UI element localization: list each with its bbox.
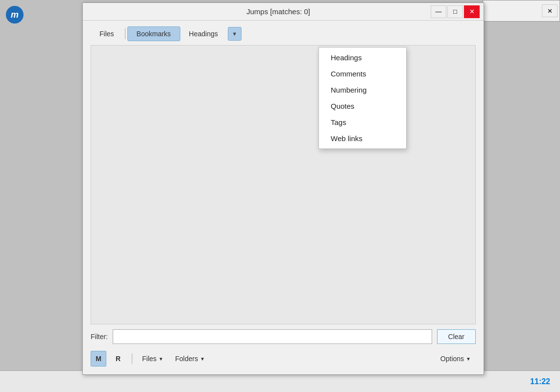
- dropdown-item-tags[interactable]: Tags: [319, 114, 406, 130]
- close-button[interactable]: ✕: [464, 5, 480, 18]
- options-button[interactable]: Options: [436, 353, 476, 365]
- second-window: ✕: [483, 0, 560, 22]
- clear-button[interactable]: Clear: [437, 329, 476, 344]
- m-button[interactable]: M: [91, 351, 106, 367]
- filter-row: Filter: Clear: [91, 329, 476, 344]
- app-icon[interactable]: m: [6, 6, 24, 24]
- tab-bookmarks[interactable]: Bookmarks: [127, 26, 180, 41]
- folders-dropdown-button[interactable]: Folders: [171, 353, 209, 365]
- jumps-dialog: Jumps [matches: 0] — □ ✕ Files Bookmarks: [82, 2, 484, 375]
- minimize-button[interactable]: —: [431, 5, 446, 18]
- title-controls: — □ ✕: [431, 5, 480, 18]
- tab-separator: [125, 28, 125, 39]
- dropdown-item-comments[interactable]: Comments: [319, 66, 406, 82]
- dropdown-item-headings[interactable]: Headings: [319, 49, 406, 66]
- dialog-title: Jumps [matches: 0]: [126, 7, 431, 16]
- bottom-bar: M R Files Folders Options: [91, 349, 476, 368]
- headings-dropdown-menu: Headings Comments Numbering Quotes Tags …: [318, 47, 407, 149]
- filter-input[interactable]: [113, 329, 432, 344]
- maximize-button[interactable]: □: [447, 5, 463, 18]
- title-bar: Jumps [matches: 0] — □ ✕: [83, 3, 484, 21]
- dropdown-item-quotes[interactable]: Quotes: [319, 98, 406, 114]
- r-button[interactable]: R: [110, 351, 126, 367]
- options-area: Options: [436, 353, 476, 365]
- tab-bar: Files Bookmarks Headings Headings Commen…: [91, 26, 476, 41]
- content-area: [91, 45, 476, 324]
- taskbar-time: 11:22: [530, 377, 550, 386]
- dropdown-item-numbering[interactable]: Numbering: [319, 82, 406, 98]
- headings-dropdown-button[interactable]: [228, 27, 242, 41]
- files-dropdown-button[interactable]: Files: [138, 353, 167, 365]
- dropdown-item-weblinks[interactable]: Web links: [319, 130, 406, 147]
- second-window-close-button[interactable]: ✕: [542, 4, 558, 17]
- tab-files[interactable]: Files: [91, 27, 123, 41]
- filter-label: Filter:: [91, 333, 108, 341]
- tab-headings[interactable]: Headings: [180, 27, 227, 41]
- bottom-separator: [132, 353, 132, 364]
- dialog-body: Files Bookmarks Headings Headings Commen…: [83, 21, 484, 374]
